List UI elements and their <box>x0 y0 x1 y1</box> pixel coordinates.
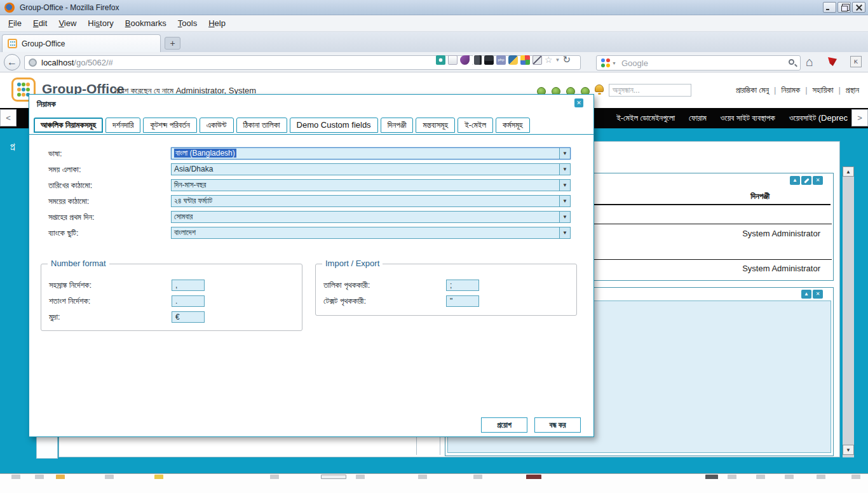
link-settings[interactable]: নিয়ামক <box>781 85 800 95</box>
nav-scroll-left[interactable]: < <box>0 109 17 126</box>
server-addon-icon[interactable] <box>472 55 482 65</box>
tab-account[interactable]: একাউন্ট <box>200 118 234 133</box>
app-search-input[interactable]: অনুসন্ধান... <box>609 84 691 97</box>
tab-change-password[interactable]: কূটশব্দ পরিবর্তন <box>143 118 196 133</box>
tab-demo-custom-fields[interactable]: Demo Custom fields <box>290 118 378 133</box>
taskbar-icon-fragment <box>851 475 860 479</box>
decimal-separator-input[interactable]: . <box>172 295 205 307</box>
time-format-combo[interactable]: ২৪ ঘন্টার ফর্ম্যাট ▼ <box>171 195 571 207</box>
nav-scroll-right[interactable]: > <box>851 109 868 126</box>
link-start-menu[interactable]: প্রারম্ভিকা মেনু <box>736 85 769 95</box>
nav-item-website-deprecated[interactable]: ওয়েবসাইট (Deprec <box>789 113 848 123</box>
taskbar-icon-fragment <box>321 475 346 479</box>
taskbar-icon-fragment <box>270 475 279 479</box>
text-separator-input[interactable]: " <box>446 295 479 307</box>
reload-icon[interactable]: ↻ <box>562 54 571 65</box>
lock-icon[interactable] <box>484 55 494 65</box>
nav-item-email-domains[interactable]: ই-মেইল ডোমেইনগুলো <box>616 113 675 123</box>
close-button[interactable]: বন্ধ কর <box>534 417 581 433</box>
browser-tab-group-office[interactable]: Group-Office <box>2 34 161 52</box>
nav-item-forum[interactable]: ফোরাম <box>689 113 707 123</box>
restore-button[interactable] <box>837 2 851 13</box>
chevron-down-icon[interactable]: ▼ <box>559 227 570 238</box>
addon-toolbar: php ☆ ▼ ↻ <box>436 54 571 65</box>
tab-regional-settings[interactable]: আঞ্চলিক নিয়ামকসমূহ <box>34 118 103 133</box>
search-engine-dropdown-icon[interactable]: ▼ <box>612 61 616 65</box>
menu-tools[interactable]: Tools <box>172 17 203 30</box>
menu-view[interactable]: View <box>53 17 82 30</box>
dialog-close-icon[interactable]: ✕ <box>574 98 583 107</box>
thousands-separator-label: সহস্রাঙ্ক নির্দেশক: <box>49 280 92 291</box>
list-separator-input[interactable]: ; <box>446 280 479 291</box>
tab-underline <box>29 134 593 135</box>
chevron-down-icon[interactable]: ▼ <box>559 164 570 175</box>
journal-row[interactable]: System Administrator <box>742 229 820 238</box>
menu-file[interactable]: File <box>3 17 27 30</box>
scroll-up-button[interactable]: ▲ <box>843 166 854 177</box>
k-addon-icon[interactable]: K <box>850 56 862 67</box>
menu-edit[interactable]: Edit <box>27 17 53 30</box>
apply-button[interactable]: প্রয়োগ <box>481 417 527 433</box>
portlet-close-button[interactable]: ✕ <box>813 176 823 185</box>
portlet-collapse-button[interactable]: ▲ <box>790 176 800 185</box>
taskbar-icon-fragment <box>473 475 482 479</box>
search-icon[interactable] <box>789 59 794 65</box>
tab-look-and-feel[interactable]: দর্শনদারি <box>105 118 140 133</box>
browser-search-box[interactable]: ▼ Google <box>596 55 801 71</box>
language-combo[interactable]: বাংলা (Bangladesh) ▼ <box>171 147 571 159</box>
screenshot-addon-icon[interactable] <box>436 55 445 65</box>
tab-comments[interactable]: মন্তব্যসমূহ <box>416 118 455 133</box>
windows-addon-icon[interactable] <box>520 55 530 65</box>
bank-holidays-label: ব্যাংকে ছুটি: <box>48 227 79 239</box>
menu-bookmarks[interactable]: Bookmarks <box>119 17 172 30</box>
scroll-down-button[interactable]: ▼ <box>843 445 854 455</box>
link-logout[interactable]: প্রস্থান <box>846 85 859 95</box>
tab-calendar[interactable]: দিনপঞ্জী <box>381 118 414 133</box>
minimize-button[interactable] <box>823 2 836 13</box>
tab-tasks[interactable]: কর্মসমূহ <box>496 118 530 133</box>
blocked-addon-icon[interactable] <box>532 55 542 65</box>
menu-help[interactable]: Help <box>203 17 231 30</box>
bank-holidays-combo[interactable]: বাংলাদেশ ▼ <box>171 227 571 239</box>
site-identity-icon <box>29 58 37 67</box>
journal-row[interactable]: System Administrator <box>742 264 820 273</box>
chevron-down-icon[interactable]: ▼ <box>559 196 570 206</box>
tab-address-list[interactable]: ঠিকানা তালিকা <box>236 118 287 133</box>
portlet-collapse-button[interactable]: ▲ <box>801 290 811 299</box>
dialog-tabs: আঞ্চলিক নিয়ামকসমূহ দর্শনদারি কূটশব্দ পর… <box>34 118 530 133</box>
portlet-settings-button[interactable] <box>801 176 811 185</box>
feather-addon-icon[interactable] <box>460 55 470 65</box>
date-format-combo[interactable]: দিন-মাস-বছর ▼ <box>171 179 571 191</box>
python-addon-icon[interactable] <box>508 55 518 65</box>
new-tab-button[interactable]: + <box>165 37 180 50</box>
chevron-down-icon[interactable]: ▼ <box>559 180 570 191</box>
nav-item-website-manager[interactable]: ওয়েব সাইট ব্যবস্থাপক <box>721 113 775 123</box>
tab-favicon <box>8 39 17 48</box>
url-host: localhost <box>41 58 74 67</box>
chevron-down-icon[interactable]: ▼ <box>559 212 570 222</box>
tab-email[interactable]: ই-মেইল <box>458 118 493 133</box>
first-weekday-combo[interactable]: সোমবার ▼ <box>171 211 571 223</box>
php-addon-icon[interactable]: php <box>496 55 506 65</box>
bookmark-star-icon[interactable]: ☆ <box>545 55 553 65</box>
decimal-separator-label: শতাংশ নির্দেশক: <box>49 295 90 307</box>
close-window-button[interactable] <box>852 2 865 13</box>
vertical-scrollbar[interactable] <box>843 166 854 457</box>
menu-history[interactable]: History <box>82 17 119 30</box>
back-button[interactable]: ← <box>4 54 20 71</box>
taskbar-icon-fragment <box>526 475 541 479</box>
portlet-close-button[interactable]: ✕ <box>813 290 823 299</box>
browser-menubar: File Edit View History Bookmarks Tools H… <box>0 15 868 32</box>
home-button[interactable]: ⌂ <box>806 55 813 69</box>
timezone-combo[interactable]: Asia/Dhaka ▼ <box>171 163 571 175</box>
window-titlebar: Group-Office - Mozilla Firefox <box>0 0 868 15</box>
notes-addon-icon[interactable] <box>448 55 458 65</box>
kaspersky-icon[interactable] <box>828 57 837 66</box>
bell-icon[interactable] <box>595 84 604 92</box>
bell-icon-clapper <box>598 93 601 95</box>
link-help[interactable]: সহায়িকা <box>813 85 834 95</box>
thousands-separator-input[interactable]: , <box>172 280 205 291</box>
chevron-down-icon[interactable]: ▼ <box>559 148 570 159</box>
url-dropdown-icon[interactable]: ▼ <box>555 57 560 63</box>
currency-input[interactable]: € <box>172 311 205 323</box>
